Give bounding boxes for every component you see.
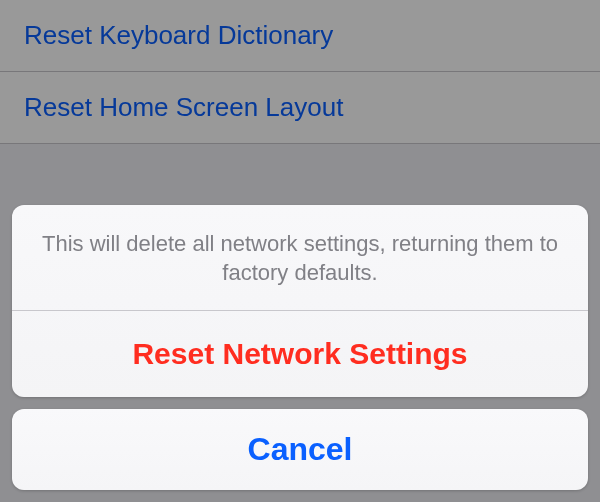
action-sheet: This will delete all network settings, r… bbox=[0, 193, 600, 502]
action-sheet-main: This will delete all network settings, r… bbox=[12, 205, 588, 397]
action-sheet-message: This will delete all network settings, r… bbox=[12, 205, 588, 310]
reset-network-settings-button[interactable]: Reset Network Settings bbox=[12, 311, 588, 397]
cancel-button[interactable]: Cancel bbox=[12, 409, 588, 490]
